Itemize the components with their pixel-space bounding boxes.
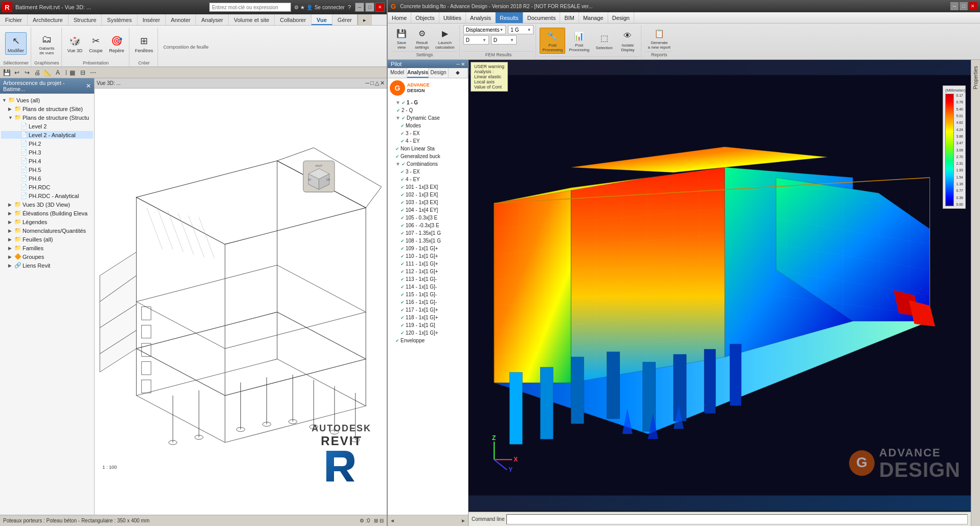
- adv-restore-btn[interactable]: □: [960, 2, 968, 10]
- selection-btn[interactable]: ⬚ Selection: [593, 30, 615, 52]
- pilot-tree-comb-item[interactable]: ✔ 4 - EY: [389, 176, 467, 183]
- revit-search-input[interactable]: [209, 3, 291, 12]
- result-settings-btn[interactable]: ⚙ Resultsettings: [412, 25, 432, 51]
- repere-btn[interactable]: 🎯 Repère: [106, 32, 127, 55]
- minimize-btn[interactable]: ─: [355, 3, 364, 12]
- pilot-tab-other[interactable]: ◆: [449, 68, 468, 78]
- vp-collapse-btn[interactable]: ─: [366, 80, 370, 86]
- tree-ph2[interactable]: 📄 PH.2: [1, 139, 93, 148]
- post-processing-btn[interactable]: 🔧 PostProcessing: [540, 28, 565, 54]
- pilot-tree-comb-item[interactable]: ✔ 120 - 1x[1 G]+: [389, 329, 467, 337]
- command-line-input[interactable]: [506, 514, 968, 524]
- adv-menu-manage[interactable]: Manage: [579, 12, 608, 23]
- tree-level2-analytical[interactable]: 📄 Level 2 - Analytical: [1, 130, 93, 139]
- vue3d-btn[interactable]: 🎲 Vue 3D: [65, 32, 85, 55]
- pilot-tree-comb-item[interactable]: ✔ 104 - 1x[4 EY]: [389, 206, 467, 214]
- pilot-tree-comb-item[interactable]: ✔ 110 - 1x[1 G]+: [389, 252, 467, 260]
- more-tools-btn[interactable]: ⋯: [88, 68, 98, 77]
- tree-plans-struct[interactable]: ▼ 📁 Plans de structure (Structu: [1, 113, 93, 122]
- tab-systemes[interactable]: Systèmes: [102, 14, 137, 25]
- pilot-tree-comb-item[interactable]: ✔ 106 - -0.3x[3 E: [389, 222, 467, 229]
- pilot-tree-dynamic[interactable]: ▼ ✔ Dynamic Case: [389, 114, 467, 122]
- tree-plans-site[interactable]: ▶ 📁 Plans de structure (Site): [1, 104, 93, 113]
- vp-close-btn[interactable]: ✕: [380, 80, 385, 86]
- pilot-tree-nonlinear[interactable]: ✔ Non Linear Sta: [389, 145, 467, 152]
- align-btn[interactable]: ⊟: [78, 68, 87, 77]
- close-btn[interactable]: ✕: [375, 3, 385, 12]
- adv-menu-results[interactable]: Results: [496, 12, 523, 23]
- save-tool-btn[interactable]: 💾: [2, 68, 11, 77]
- adv-minimize-btn[interactable]: ─: [950, 2, 959, 10]
- pilot-tree-1g[interactable]: ▼ ✔ 1 - G: [389, 99, 467, 106]
- pilot-tree-comb-item[interactable]: ✔ 115 - 1x[1 G]-: [389, 291, 467, 298]
- adv-menu-analysis[interactable]: Analysis: [466, 12, 496, 23]
- pilot-tree-comb-item[interactable]: ✔ 118 - 1x[1 G]+: [389, 314, 467, 321]
- undo-btn[interactable]: ↩: [12, 68, 21, 77]
- loadcase-dropdown[interactable]: 1 G ▼: [508, 25, 533, 34]
- text-btn[interactable]: A: [53, 68, 62, 77]
- pilot-tree-comb-item[interactable]: ✔ 114 - 1x[1 G]-: [389, 283, 467, 291]
- pilot-tree-comb-item[interactable]: ✔ 3 - EX: [389, 168, 467, 176]
- filter-btn[interactable]: ▦: [68, 68, 77, 77]
- tab-inserer[interactable]: Insérer: [138, 14, 166, 25]
- user-connect-btn[interactable]: Se connecter: [315, 5, 345, 10]
- pilot-scroll-left[interactable]: ◄: [390, 518, 395, 523]
- pb-close-btn[interactable]: ✕: [86, 82, 91, 90]
- pilot-tree-2q[interactable]: ✔ 2 - Q: [389, 106, 467, 114]
- redo-btn[interactable]: ↪: [23, 68, 32, 77]
- pilot-tree-modes[interactable]: ✔ Modes: [389, 122, 467, 129]
- coupe-btn[interactable]: ✂ Coupe: [86, 32, 105, 55]
- maximize-btn[interactable]: □: [365, 3, 374, 12]
- tree-groupes[interactable]: ▶ 🔶 Groupes: [1, 252, 93, 261]
- pilot-tree-combinations[interactable]: ▼ ✔ Combinations: [389, 160, 467, 168]
- gabarits-btn[interactable]: 🗂 Gabaritsde vues: [36, 30, 57, 57]
- pilot-tree-comb-item[interactable]: ✔ 116 - 1x[1 G]-: [389, 298, 467, 306]
- tree-vues3d[interactable]: ▶ 📁 Vues 3D (3D View): [1, 200, 93, 209]
- tree-liens[interactable]: ▶ 🔗 Liens Revit: [1, 261, 93, 270]
- pilot-tree-comb-item[interactable]: ✔ 109 - 1x[1 G]+: [389, 245, 467, 252]
- adv-menu-home[interactable]: Home: [388, 12, 411, 23]
- pilot-collapse-btn[interactable]: ─: [456, 61, 460, 67]
- pilot-tree-comb-item[interactable]: ✔ 119 - 1x[1 G]: [389, 321, 467, 329]
- pilot-scroll-right[interactable]: ►: [461, 518, 466, 523]
- launch-calc-btn[interactable]: ▶ Launchcalculation: [433, 25, 457, 51]
- pilot-tree-enveloppe[interactable]: ✔ Enveloppe: [389, 337, 467, 344]
- tree-nomenclatures[interactable]: ▶ 📁 Nomenclatures/Quantités: [1, 226, 93, 235]
- adv-3d-viewport[interactable]: USER warningAnalysis :Linear elasticLoca…: [469, 60, 971, 526]
- modify-btn[interactable]: ↖ Modifier: [5, 32, 27, 55]
- pilot-tree-comb-item[interactable]: ✔ 107 - 1.35x[1 G: [389, 229, 467, 237]
- tree-legendes[interactable]: ▶ 📁 Légendes: [1, 217, 93, 226]
- tab-architecture[interactable]: Architecture: [28, 14, 69, 25]
- pilot-tab-analysis[interactable]: Analysis: [407, 68, 429, 78]
- pilot-tree-comb-item[interactable]: ✔ 102 - 1x[3 EX]: [389, 191, 467, 199]
- tree-ph3[interactable]: 📄 PH.3: [1, 148, 93, 157]
- pilot-tree-comb-item[interactable]: ✔ 105 - 0.3x[3 E: [389, 214, 467, 222]
- pilot-tree-comb-item[interactable]: ✔ 113 - 1x[1 G]-: [389, 275, 467, 283]
- vp-restore-btn[interactable]: □: [370, 80, 374, 86]
- tree-ph4[interactable]: 📄 PH.4: [1, 157, 93, 165]
- vp-maximize-btn[interactable]: △: [375, 80, 379, 86]
- pilot-tree-4ey[interactable]: ✔ 4 - EY: [389, 137, 467, 145]
- pilot-tab-model[interactable]: Model: [388, 68, 407, 78]
- tree-vues-all[interactable]: ▼ 📁 Vues (all): [1, 96, 93, 104]
- tree-familles[interactable]: ▶ 📁 Familles: [1, 244, 93, 252]
- isolate-display-btn[interactable]: 👁 IsolateDisplay: [616, 28, 639, 54]
- adv-close-btn[interactable]: ✕: [969, 2, 977, 10]
- pilot-tree-comb-item[interactable]: ✔ 103 - 1x[3 EX]: [389, 199, 467, 206]
- generate-report-btn[interactable]: 📋 Generatea new report: [645, 25, 673, 51]
- pilot-close-btn[interactable]: ✕: [461, 61, 465, 67]
- component-dropdown[interactable]: D ▼: [491, 35, 517, 45]
- pilot-tree-comb-item[interactable]: ✔ 108 - 1.35x[1 G: [389, 237, 467, 245]
- tab-volume[interactable]: Volume et site: [229, 14, 275, 25]
- pilot-tree-comb-item[interactable]: ✔ 101 - 1x[3 EX]: [389, 183, 467, 191]
- tree-feuilles[interactable]: ▶ 📁 Feuilles (all): [1, 235, 93, 244]
- pilot-tab-design[interactable]: Design: [429, 68, 448, 78]
- pilot-tree-comb-item[interactable]: ✔ 112 - 1x[1 G]+: [389, 268, 467, 275]
- tree-phrdc[interactable]: 📄 PH.RDC: [1, 183, 93, 191]
- adv-menu-bim[interactable]: BIM: [560, 12, 579, 23]
- pilot-tree-comb-item[interactable]: ✔ 117 - 1x[1 G]+: [389, 306, 467, 314]
- adv-menu-design[interactable]: Design: [608, 12, 634, 23]
- help-btn[interactable]: ?: [348, 4, 351, 10]
- adv-menu-documents[interactable]: Documents: [523, 12, 561, 23]
- displacements-dropdown[interactable]: Displacements ▼: [463, 25, 506, 34]
